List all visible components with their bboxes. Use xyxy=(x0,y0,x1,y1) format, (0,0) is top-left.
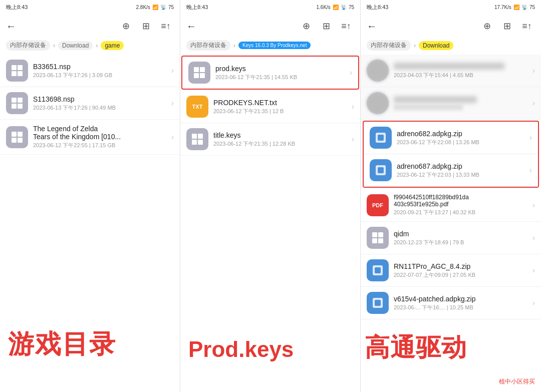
file-arrow-blurred2: › xyxy=(532,99,535,108)
file-info-qidm: qidm 2020-12-23 下午18:49 | 79 B xyxy=(394,230,532,246)
breadcrumb-storage-3[interactable]: 内部存储设备 xyxy=(367,40,411,51)
status-right-2: 1.6K/s 📶 📡 75 xyxy=(317,5,354,10)
file-name-pdf: f9904642510ff18289bd91da403c953f1e925b.p… xyxy=(394,194,532,208)
wifi-icon-2: 📡 xyxy=(341,5,347,10)
file-item-blurred2[interactable]: › xyxy=(361,87,541,120)
file-item-b33651[interactable]: B33651.nsp 2023-06-13 下午17:26 | 3.09 GB … xyxy=(0,55,180,87)
grid-view-icon-1[interactable]: ⊞ xyxy=(138,18,154,34)
file-arrow-s113698: › xyxy=(171,99,174,108)
file-info-titlekeys: title.keys 2023-06-12 下午21:35 | 12.28 KB xyxy=(213,131,352,148)
breadcrumb-download-1[interactable]: Download xyxy=(58,41,93,50)
highlighted-group: adreno682.adpkg.zip 2023-06-12 下午22:08 |… xyxy=(363,121,539,188)
file-icon-s113698 xyxy=(6,92,28,114)
sort-icon-1[interactable]: ≡↑ xyxy=(158,18,174,34)
file-meta-v615: 2023-06-... 下午16:... | 10.25 MB xyxy=(394,304,532,311)
file-icon-blurred2 xyxy=(367,92,389,114)
file-meta-adreno682: 2023-06-12 下午22:08 | 13.26 MB xyxy=(397,139,529,146)
file-meta-zelda: 2023-06-12 下午22:55 | 17.15 GB xyxy=(33,142,171,149)
panel-game: 晚上8:43 2.8K/s 📶 📡 75 ← ⊕ ⊞ ≡↑ 内部存储设备 › D… xyxy=(0,0,180,392)
file-meta-prodkeys-txt: 2023-06-12 下午21:35 | 12 B xyxy=(213,108,352,115)
file-arrow-titlekeys: › xyxy=(352,135,354,144)
file-item-v615[interactable]: v615v4-patched.adpkg.zip 2023-06-... 下午1… xyxy=(361,287,541,319)
file-meta-blurred1: 2023-04-03 下午15:44 | 4.65 MB xyxy=(394,72,532,79)
add-icon-3[interactable]: ⊕ xyxy=(479,18,495,34)
wifi-icon-3: 📡 xyxy=(521,5,527,10)
add-icon-2[interactable]: ⊕ xyxy=(298,18,314,34)
add-icon-1[interactable]: ⊕ xyxy=(118,18,134,34)
breadcrumb-arrow-3: › xyxy=(233,42,235,49)
file-arrow-prodkeys-txt: › xyxy=(352,102,354,111)
back-button-2[interactable]: ← xyxy=(186,21,196,32)
file-arrow-blurred1: › xyxy=(532,66,535,75)
file-meta-adreno687: 2023-06-12 下午22:03 | 13.33 MB xyxy=(397,171,529,179)
file-info-prodkeys-txt: PRODKEYS.NET.txt 2023-06-12 下午21:35 | 12… xyxy=(213,99,352,115)
breadcrumb-storage-2[interactable]: 内部存储设备 xyxy=(186,40,230,51)
file-info-b33651: B33651.nsp 2023-06-13 下午17:26 | 3.09 GB xyxy=(33,63,171,79)
breadcrumb-storage-1[interactable]: 内部存储设备 xyxy=(6,40,50,51)
file-item-qidm[interactable]: qidm 2020-12-23 下午18:49 | 79 B › xyxy=(361,222,541,254)
grid-view-icon-2[interactable]: ⊞ xyxy=(318,18,334,34)
file-name-s113698: S113698.nsp xyxy=(33,95,171,103)
grid-view-icon-3[interactable]: ⊞ xyxy=(499,18,515,34)
file-name-titlekeys: title.keys xyxy=(213,131,352,139)
file-item-adreno687[interactable]: adreno687.adpkg.zip 2023-06-12 下午22:03 |… xyxy=(364,154,538,187)
file-list-3: 2023-04-03 下午15:44 | 4.65 MB › › xyxy=(361,55,541,392)
file-meta-rn11t: 2022-07-07 上午09:09 | 27.05 KB xyxy=(394,271,532,279)
breadcrumb-download-active[interactable]: Download xyxy=(419,41,453,50)
file-meta-prodkeys: 2023-06-12 下午21:35 | 14.55 KB xyxy=(215,74,350,81)
file-item-prodkeys[interactable]: prod.keys 2023-06-12 下午21:35 | 14.55 KB … xyxy=(181,56,359,90)
file-item-rn11t[interactable]: RN11TPro_AGC_8.4.zip 2022-07-07 上午09:09 … xyxy=(361,254,541,287)
breadcrumb-arrow-5: › xyxy=(414,42,416,49)
breadcrumb-1: 内部存储设备 › Download › game xyxy=(0,38,180,55)
breadcrumb-keys-folder[interactable]: Keys 16.0.3 By Prodkeys.net xyxy=(238,42,311,49)
file-info-adreno687: adreno687.adpkg.zip 2023-06-12 下午22:03 |… xyxy=(397,162,529,179)
file-name-blurred1 xyxy=(394,63,504,70)
file-list-2: prod.keys 2023-06-12 下午21:35 | 14.55 KB … xyxy=(180,55,360,392)
time-3: 晚上8:43 xyxy=(367,4,388,11)
back-button-1[interactable]: ← xyxy=(6,21,16,32)
sort-icon-3[interactable]: ≡↑ xyxy=(519,18,535,34)
file-icon-prodkeys xyxy=(188,62,210,84)
toolbar-1: ← ⊕ ⊞ ≡↑ xyxy=(0,14,180,38)
signal-icon-2: 📶 xyxy=(333,5,339,10)
file-item-prodkeys-txt[interactable]: TXT PRODKEYS.NET.txt 2023-06-12 下午21:35 … xyxy=(180,91,360,123)
signal-icon-1: 📶 xyxy=(152,5,158,10)
file-arrow-v615: › xyxy=(532,298,535,307)
file-meta-titlekeys: 2023-06-12 下午21:35 | 12.28 KB xyxy=(213,140,352,148)
file-info-prodkeys: prod.keys 2023-06-12 下午21:35 | 14.55 KB xyxy=(215,65,350,81)
file-icon-blurred1 xyxy=(367,60,389,82)
file-name-qidm: qidm xyxy=(394,230,532,238)
file-info-pdf: f9904642510ff18289bd91da403c953f1e925b.p… xyxy=(394,194,532,216)
file-item-titlekeys[interactable]: title.keys 2023-06-12 下午21:35 | 12.28 KB… xyxy=(180,123,360,156)
back-button-3[interactable]: ← xyxy=(367,21,377,32)
file-item-pdf[interactable]: PDF f9904642510ff18289bd91da403c953f1e92… xyxy=(361,189,541,222)
file-arrow-b33651: › xyxy=(171,66,174,75)
file-info-adreno682: adreno682.adpkg.zip 2023-06-12 下午22:08 |… xyxy=(397,130,529,146)
file-name-blurred2 xyxy=(394,96,477,103)
battery-label-3: 75 xyxy=(529,5,535,10)
file-meta-b33651: 2023-06-13 下午17:26 | 3.09 GB xyxy=(33,72,171,79)
file-meta-qidm: 2020-12-23 下午18:49 | 79 B xyxy=(394,239,532,246)
file-arrow-prodkeys: › xyxy=(350,68,352,77)
file-name-b33651: B33651.nsp xyxy=(33,63,171,71)
file-info-blurred2 xyxy=(394,96,532,110)
file-item-adreno682[interactable]: adreno682.adpkg.zip 2023-06-12 下午22:08 |… xyxy=(364,122,538,154)
sort-icon-2[interactable]: ≡↑ xyxy=(338,18,354,34)
file-icon-prodkeys-txt: TXT xyxy=(186,96,208,118)
network-speed-2: 1.6K/s xyxy=(317,5,331,10)
toolbar-3: ← ⊕ ⊞ ≡↑ xyxy=(361,14,541,38)
panel-keys: 晚上8:43 1.6K/s 📶 📡 75 ← ⊕ ⊞ ≡↑ 内部存储设备 › K… xyxy=(180,0,361,392)
file-name-prodkeys-txt: PRODKEYS.NET.txt xyxy=(213,99,352,107)
file-item-zelda[interactable]: The Legend of ZeldaTears of the Kingdom … xyxy=(0,120,180,155)
status-bar-3: 晚上8:43 17.7K/s 📶 📡 75 xyxy=(361,0,541,14)
file-info-rn11t: RN11TPro_AGC_8.4.zip 2022-07-07 上午09:09 … xyxy=(394,262,532,279)
file-arrow-rn11t: › xyxy=(532,266,535,275)
breadcrumb-game-1[interactable]: game xyxy=(101,41,124,50)
file-name-rn11t: RN11TPro_AGC_8.4.zip xyxy=(394,262,532,270)
file-meta-blurred2 xyxy=(394,104,463,110)
file-item-blurred1[interactable]: 2023-04-03 下午15:44 | 4.65 MB › xyxy=(361,55,541,87)
file-item-s113698[interactable]: S113698.nsp 2023-06-13 下午17:26 | 90.49 M… xyxy=(0,87,180,120)
file-name-adreno682: adreno682.adpkg.zip xyxy=(397,130,529,138)
time-2: 晚上8:43 xyxy=(186,4,208,11)
file-info-blurred1: 2023-04-03 下午15:44 | 4.65 MB xyxy=(394,63,532,79)
